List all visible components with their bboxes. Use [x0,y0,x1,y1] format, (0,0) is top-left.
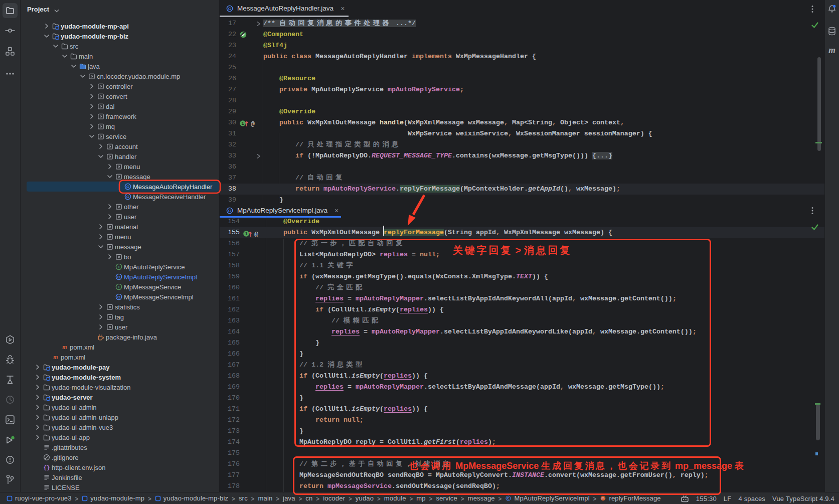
svg-text:C: C [228,209,231,213]
svg-text:C: C [126,185,129,189]
svg-text:C: C [507,496,510,500]
svg-text:1: 1 [241,121,244,126]
svg-text:@: @ [251,121,255,128]
svg-text:m: m [62,344,67,351]
svg-text:m: m [602,496,605,500]
svg-text:I: I [118,285,119,289]
svg-text:{}: {} [44,465,50,471]
svg-text:C: C [117,275,120,279]
svg-text:C: C [117,295,120,299]
svg-text:m: m [53,354,58,361]
svg-text:1: 1 [245,231,247,236]
svg-text:C: C [126,195,129,199]
svg-text:@: @ [254,231,258,238]
svg-text:C: C [228,7,231,11]
svg-text:I: I [118,265,119,269]
